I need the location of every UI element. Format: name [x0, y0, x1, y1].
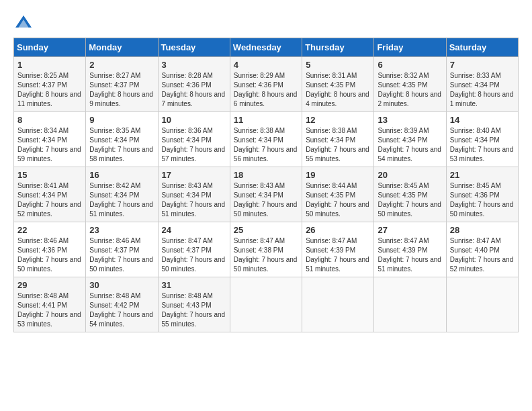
- day-number: 6: [378, 60, 442, 70]
- day-number: 20: [378, 170, 442, 180]
- calendar-cell: 28 Sunrise: 8:47 AM Sunset: 4:40 PM Dayl…: [446, 222, 518, 277]
- day-number: 9: [89, 115, 154, 125]
- page-header: [13, 13, 519, 34]
- calendar-cell: 29 Sunrise: 8:48 AM Sunset: 4:41 PM Dayl…: [14, 277, 86, 332]
- calendar-cell: 23 Sunrise: 8:46 AM Sunset: 4:37 PM Dayl…: [86, 222, 158, 277]
- day-info: Sunrise: 8:25 AM Sunset: 4:37 PM Dayligh…: [17, 71, 82, 109]
- day-header-sunday: Sunday: [14, 38, 86, 57]
- calendar-week-1: 1 Sunrise: 8:25 AM Sunset: 4:37 PM Dayli…: [14, 57, 519, 112]
- day-info: Sunrise: 8:39 AM Sunset: 4:34 PM Dayligh…: [378, 126, 442, 164]
- logo-icon: [13, 13, 34, 34]
- day-number: 21: [450, 170, 515, 180]
- calendar-cell: 10 Sunrise: 8:36 AM Sunset: 4:34 PM Dayl…: [158, 112, 230, 167]
- day-info: Sunrise: 8:34 AM Sunset: 4:34 PM Dayligh…: [17, 126, 82, 164]
- day-info: Sunrise: 8:42 AM Sunset: 4:34 PM Dayligh…: [89, 181, 154, 219]
- day-header-thursday: Thursday: [302, 38, 374, 57]
- calendar-cell: 13 Sunrise: 8:39 AM Sunset: 4:34 PM Dayl…: [374, 112, 446, 167]
- day-info: Sunrise: 8:45 AM Sunset: 4:35 PM Dayligh…: [378, 181, 442, 219]
- day-info: Sunrise: 8:46 AM Sunset: 4:37 PM Dayligh…: [89, 236, 154, 274]
- day-header-friday: Friday: [374, 38, 446, 57]
- day-info: Sunrise: 8:35 AM Sunset: 4:34 PM Dayligh…: [89, 126, 154, 164]
- day-number: 11: [234, 115, 298, 125]
- calendar-cell: 21 Sunrise: 8:45 AM Sunset: 4:36 PM Dayl…: [446, 167, 518, 222]
- day-number: 7: [450, 60, 515, 70]
- day-info: Sunrise: 8:41 AM Sunset: 4:34 PM Dayligh…: [17, 181, 82, 219]
- calendar-cell: 3 Sunrise: 8:28 AM Sunset: 4:36 PM Dayli…: [158, 57, 230, 112]
- calendar-cell: 24 Sunrise: 8:47 AM Sunset: 4:37 PM Dayl…: [158, 222, 230, 277]
- calendar-header-row: SundayMondayTuesdayWednesdayThursdayFrid…: [14, 38, 519, 57]
- day-info: Sunrise: 8:38 AM Sunset: 4:34 PM Dayligh…: [234, 126, 298, 164]
- day-number: 30: [89, 280, 154, 290]
- day-info: Sunrise: 8:36 AM Sunset: 4:34 PM Dayligh…: [162, 126, 226, 164]
- calendar-cell: 11 Sunrise: 8:38 AM Sunset: 4:34 PM Dayl…: [230, 112, 302, 167]
- day-info: Sunrise: 8:48 AM Sunset: 4:43 PM Dayligh…: [162, 291, 226, 329]
- calendar-cell: 6 Sunrise: 8:32 AM Sunset: 4:35 PM Dayli…: [374, 57, 446, 112]
- calendar-cell: 15 Sunrise: 8:41 AM Sunset: 4:34 PM Dayl…: [14, 167, 86, 222]
- day-number: 14: [450, 115, 515, 125]
- day-info: Sunrise: 8:31 AM Sunset: 4:35 PM Dayligh…: [306, 71, 370, 109]
- calendar-cell: 1 Sunrise: 8:25 AM Sunset: 4:37 PM Dayli…: [14, 57, 86, 112]
- day-number: 8: [17, 115, 82, 125]
- day-number: 1: [17, 60, 82, 70]
- calendar-cell: 7 Sunrise: 8:33 AM Sunset: 4:34 PM Dayli…: [446, 57, 518, 112]
- calendar-cell: 26 Sunrise: 8:47 AM Sunset: 4:39 PM Dayl…: [302, 222, 374, 277]
- day-info: Sunrise: 8:43 AM Sunset: 4:34 PM Dayligh…: [234, 181, 298, 219]
- day-info: Sunrise: 8:47 AM Sunset: 4:40 PM Dayligh…: [450, 236, 515, 274]
- calendar-cell: 12 Sunrise: 8:38 AM Sunset: 4:34 PM Dayl…: [302, 112, 374, 167]
- day-header-tuesday: Tuesday: [158, 38, 230, 57]
- calendar-cell: 8 Sunrise: 8:34 AM Sunset: 4:34 PM Dayli…: [14, 112, 86, 167]
- calendar-cell: 25 Sunrise: 8:47 AM Sunset: 4:38 PM Dayl…: [230, 222, 302, 277]
- day-number: 13: [378, 115, 442, 125]
- calendar-cell: 5 Sunrise: 8:31 AM Sunset: 4:35 PM Dayli…: [302, 57, 374, 112]
- day-info: Sunrise: 8:47 AM Sunset: 4:39 PM Dayligh…: [378, 236, 442, 274]
- day-number: 5: [306, 60, 370, 70]
- day-info: Sunrise: 8:43 AM Sunset: 4:34 PM Dayligh…: [162, 181, 226, 219]
- day-info: Sunrise: 8:29 AM Sunset: 4:36 PM Dayligh…: [234, 71, 298, 109]
- calendar-cell: 2 Sunrise: 8:27 AM Sunset: 4:37 PM Dayli…: [86, 57, 158, 112]
- day-info: Sunrise: 8:48 AM Sunset: 4:42 PM Dayligh…: [89, 291, 154, 329]
- day-header-monday: Monday: [86, 38, 158, 57]
- day-info: Sunrise: 8:38 AM Sunset: 4:34 PM Dayligh…: [306, 126, 370, 164]
- day-number: 25: [234, 225, 298, 235]
- day-number: 27: [378, 225, 442, 235]
- day-info: Sunrise: 8:27 AM Sunset: 4:37 PM Dayligh…: [89, 71, 154, 109]
- day-number: 15: [17, 170, 82, 180]
- day-number: 28: [450, 225, 515, 235]
- day-number: 19: [306, 170, 370, 180]
- day-number: 24: [162, 225, 226, 235]
- day-number: 23: [89, 225, 154, 235]
- calendar-cell: [302, 277, 374, 332]
- day-info: Sunrise: 8:47 AM Sunset: 4:37 PM Dayligh…: [162, 236, 226, 274]
- calendar-cell: [230, 277, 302, 332]
- day-number: 31: [162, 280, 226, 290]
- day-info: Sunrise: 8:28 AM Sunset: 4:36 PM Dayligh…: [162, 71, 226, 109]
- day-info: Sunrise: 8:48 AM Sunset: 4:41 PM Dayligh…: [17, 291, 82, 329]
- day-number: 16: [89, 170, 154, 180]
- day-info: Sunrise: 8:33 AM Sunset: 4:34 PM Dayligh…: [450, 71, 515, 109]
- calendar-cell: [446, 277, 518, 332]
- day-number: 22: [17, 225, 82, 235]
- calendar-table: SundayMondayTuesdayWednesdayThursdayFrid…: [13, 38, 519, 332]
- calendar-cell: 9 Sunrise: 8:35 AM Sunset: 4:34 PM Dayli…: [86, 112, 158, 167]
- calendar-cell: 22 Sunrise: 8:46 AM Sunset: 4:36 PM Dayl…: [14, 222, 86, 277]
- logo: [13, 13, 36, 34]
- calendar-cell: 30 Sunrise: 8:48 AM Sunset: 4:42 PM Dayl…: [86, 277, 158, 332]
- day-info: Sunrise: 8:45 AM Sunset: 4:36 PM Dayligh…: [450, 181, 515, 219]
- calendar-cell: 18 Sunrise: 8:43 AM Sunset: 4:34 PM Dayl…: [230, 167, 302, 222]
- calendar-week-3: 15 Sunrise: 8:41 AM Sunset: 4:34 PM Dayl…: [14, 167, 519, 222]
- calendar-cell: [374, 277, 446, 332]
- day-number: 26: [306, 225, 370, 235]
- day-header-saturday: Saturday: [446, 38, 518, 57]
- calendar-cell: 14 Sunrise: 8:40 AM Sunset: 4:34 PM Dayl…: [446, 112, 518, 167]
- calendar-cell: 16 Sunrise: 8:42 AM Sunset: 4:34 PM Dayl…: [86, 167, 158, 222]
- day-number: 4: [234, 60, 298, 70]
- day-number: 12: [306, 115, 370, 125]
- day-number: 17: [162, 170, 226, 180]
- calendar-week-5: 29 Sunrise: 8:48 AM Sunset: 4:41 PM Dayl…: [14, 277, 519, 332]
- calendar-week-2: 8 Sunrise: 8:34 AM Sunset: 4:34 PM Dayli…: [14, 112, 519, 167]
- day-info: Sunrise: 8:40 AM Sunset: 4:34 PM Dayligh…: [450, 126, 515, 164]
- day-header-wednesday: Wednesday: [230, 38, 302, 57]
- day-info: Sunrise: 8:47 AM Sunset: 4:39 PM Dayligh…: [306, 236, 370, 274]
- day-info: Sunrise: 8:47 AM Sunset: 4:38 PM Dayligh…: [234, 236, 298, 274]
- day-number: 3: [162, 60, 226, 70]
